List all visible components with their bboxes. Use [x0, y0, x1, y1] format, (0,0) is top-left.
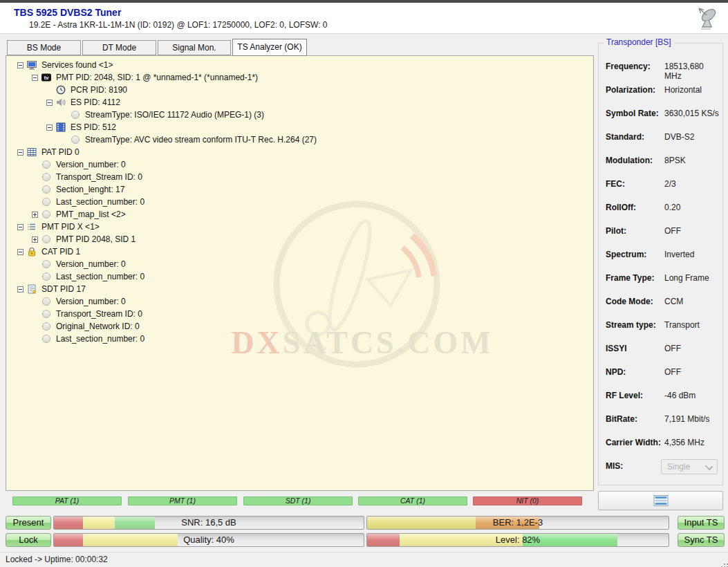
transponder-field-row: RF Level:-46 dBm [599, 391, 722, 405]
tree-row[interactable]: Transport_Stream ID: 0 [6, 171, 593, 183]
bullet-icon [41, 296, 52, 307]
tree-item-label: Version_number: 0 [55, 160, 127, 169]
tab-ts-analyzer[interactable]: TS Analyzer (OK) [232, 39, 307, 56]
bullet-icon [41, 209, 52, 220]
tree-item-label: ES PID: 512 [69, 122, 118, 132]
ts-details-button[interactable] [598, 491, 723, 510]
tree-row[interactable]: PMT_map_list <2> [6, 208, 593, 221]
tree-item-label: Section_lenght: 17 [55, 185, 126, 194]
tree-row[interactable]: StreamType: AVC video stream conform ITU… [6, 133, 593, 146]
bullet-icon [41, 171, 52, 183]
collapse-minus-icon[interactable] [46, 124, 53, 131]
tab-bs-mode[interactable]: BS Mode [7, 40, 81, 55]
snr-bar: SNR: 16,5 dB [53, 516, 364, 530]
sync-ts-button[interactable]: Sync TS [678, 533, 725, 547]
pmtx-icon [26, 221, 37, 232]
tree-row[interactable]: Last_section_number: 0 [6, 270, 593, 283]
tree-item-label: PMT PID 2048, SID 1 [55, 234, 137, 244]
pat-icon [26, 147, 37, 158]
bullet-icon [41, 159, 52, 170]
collapse-minus-icon[interactable] [32, 75, 38, 81]
tree-row[interactable]: ES PID: 4112 [6, 96, 593, 109]
tree-item-label: Services found <1> [40, 60, 114, 70]
tree-row[interactable]: PCR PID: 8190 [6, 84, 593, 96]
collapse-minus-icon[interactable] [17, 149, 24, 156]
satellite-subtitle: 19.2E - Astra 1KR-1L-1M-1N (ID: 0192) @ … [29, 20, 327, 30]
resize-grip[interactable] [724, 564, 725, 565]
tree-row[interactable]: Services found <1> [6, 59, 593, 71]
tree-row[interactable]: Original_Network ID: 0 [6, 320, 593, 333]
bullet-icon [41, 333, 52, 344]
expander-slot [46, 100, 55, 106]
tree-row[interactable]: tvPMT PID: 2048, SID: 1 @ *unnamed-1* (*… [6, 71, 593, 84]
tv-icon: tv [41, 72, 52, 83]
tab-signal-mon[interactable]: Signal Mon. [158, 40, 231, 55]
collapse-minus-icon[interactable] [17, 224, 24, 230]
clock-icon [55, 84, 66, 95]
tree-item-label: Transport_Stream ID: 0 [55, 309, 144, 319]
ts-analyzer-tree-panel: DXSATCS.COM Services found <1>tvPMT PID:… [6, 55, 594, 491]
ber-bar: BER: 1,2E-3 [366, 516, 669, 530]
expander-slot [61, 112, 70, 118]
transponder-field-label: Frame Type: [606, 273, 654, 283]
pid-status-bar: SDT (1) [243, 496, 353, 505]
tree-row[interactable]: PMT PID X <1> [6, 221, 593, 233]
present-button[interactable]: Present [6, 516, 51, 530]
expander-slot [32, 311, 41, 317]
tree-row[interactable]: Version_number: 0 [6, 158, 593, 171]
tree-item-label: StreamType: AVC video stream conform ITU… [84, 135, 318, 145]
mis-label: MIS: [606, 461, 623, 471]
tree-row[interactable]: Transport_Stream ID: 0 [6, 308, 593, 320]
transponder-field-row: Polarization:Horizontal [599, 85, 722, 99]
transponder-field-label: Modulation: [606, 156, 653, 165]
transponder-field-row: Pilot:OFF [599, 226, 722, 240]
expand-plus-icon[interactable] [32, 236, 38, 243]
collapse-minus-icon[interactable] [17, 62, 24, 68]
transponder-field-value: DVB-S2 [664, 132, 694, 142]
transponder-field-value: CCM [664, 297, 683, 306]
mis-select[interactable]: Single [661, 459, 718, 474]
tree-item-label: PCR PID: 8190 [69, 85, 129, 95]
transponder-field-label: NPD: [606, 367, 626, 377]
expander-slot [46, 87, 55, 93]
lock-button[interactable]: Lock [6, 533, 51, 547]
transponder-field-row: Spectrum:Inverted [599, 250, 722, 263]
tree-row[interactable]: CAT PID 1 [6, 245, 593, 258]
tab-dt-mode[interactable]: DT Mode [82, 40, 156, 55]
tree-row[interactable]: Last_section_number: 0 [6, 333, 593, 345]
expander-slot [17, 224, 26, 230]
transponder-field-value: 18513,680 MHz [664, 62, 722, 81]
bullet-icon [70, 134, 81, 145]
expander-slot [32, 212, 41, 218]
tree-row[interactable]: Last_section_number: 0 [6, 196, 593, 208]
expander-slot [46, 124, 55, 131]
transponder-field-row: Modulation:8PSK [599, 156, 722, 169]
tree-row[interactable]: Section_lenght: 17 [6, 183, 593, 196]
transponder-field-value: 7,191 Mbit/s [664, 414, 709, 424]
expander-slot [32, 261, 41, 268]
level-bar: Level: 82% [366, 533, 669, 547]
ts-tree: Services found <1>tvPMT PID: 2048, SID: … [6, 59, 593, 345]
tree-item-label: PMT_map_list <2> [55, 210, 127, 219]
tree-row[interactable]: SDT PID 17 [6, 283, 593, 295]
tree-item-label: Last_section_number: 0 [55, 272, 146, 281]
tree-row[interactable]: StreamType: ISO/IEC 11172 Audio (MPEG-1)… [6, 109, 593, 121]
collapse-minus-icon[interactable] [17, 249, 24, 255]
tree-row[interactable]: Version_number: 0 [6, 258, 593, 270]
expand-plus-icon[interactable] [32, 212, 38, 218]
tree-row[interactable]: Version_number: 0 [6, 295, 593, 308]
tree-row[interactable]: PMT PID 2048, SID 1 [6, 233, 593, 245]
quality-bar-text: Quality: 40% [54, 534, 364, 546]
mis-row: MIS: Single [599, 461, 722, 478]
tree-row[interactable]: PAT PID 0 [6, 146, 593, 158]
collapse-minus-icon[interactable] [46, 100, 53, 106]
expander-slot [32, 299, 41, 305]
input-ts-button[interactable]: Input TS [678, 516, 725, 530]
collapse-minus-icon[interactable] [17, 286, 24, 292]
tree-row[interactable]: ES PID: 512 [6, 121, 593, 133]
tree-item-label: ES PID: 4112 [69, 97, 122, 107]
expander-slot [32, 324, 41, 330]
transponder-field-value: OFF [664, 367, 681, 377]
transponder-field-label: Spectrum: [606, 250, 646, 259]
expander-slot [32, 187, 41, 193]
